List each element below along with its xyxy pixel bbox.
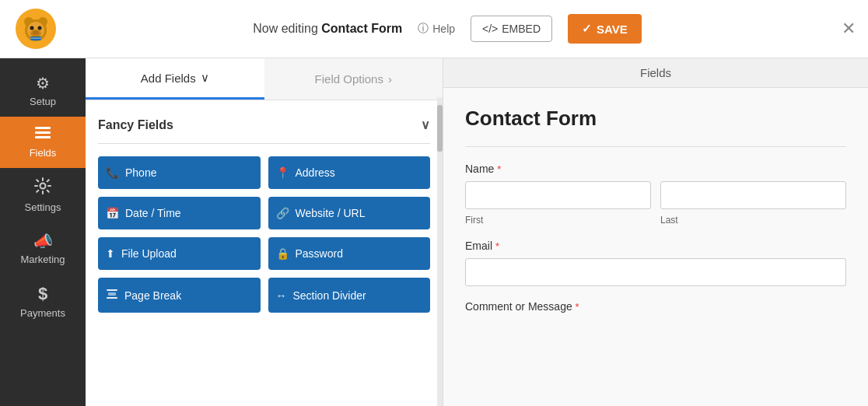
field-buttons-grid: 📞 Phone 📍 Address 📅 Date / Time 🔗 Websit… [98, 156, 430, 313]
page-break-label: Page Break [124, 289, 181, 302]
field-btn-phone[interactable]: 📞 Phone [98, 156, 261, 189]
svg-point-5 [30, 26, 34, 30]
name-input-row [465, 181, 846, 209]
field-btn-file-upload[interactable]: ⬆ File Upload [98, 237, 261, 270]
address-label: Address [296, 166, 335, 179]
collapse-icon[interactable]: ∨ [421, 117, 430, 132]
top-bar: Now editing Contact Form ⓘ Help </> EMBE… [0, 0, 868, 58]
marketing-icon: 📣 [33, 232, 53, 250]
sidebar-label-setup: Setup [30, 96, 56, 107]
section-divider-icon: ↔ [276, 289, 287, 302]
required-star-comment: * [576, 301, 579, 313]
add-fields-label: Add Fields [141, 72, 196, 85]
form-title: Contact Form [465, 107, 846, 131]
svg-rect-11 [35, 127, 51, 129]
last-name-input[interactable] [660, 181, 846, 209]
website-label: Website / URL [296, 207, 366, 219]
embed-button[interactable]: </> EMBED [471, 16, 552, 42]
svg-point-6 [38, 26, 42, 30]
upload-icon: ⬆ [106, 247, 115, 260]
email-input[interactable] [465, 258, 846, 286]
sidebar-item-marketing[interactable]: 📣 Marketing [0, 222, 86, 275]
page-break-icon [106, 288, 118, 303]
code-icon: </> [482, 23, 498, 35]
comment-field-label: Comment or Message * [465, 300, 846, 313]
first-name-sub-label: First [465, 215, 651, 226]
required-star-name: * [497, 163, 501, 175]
scrollbar-thumb[interactable] [437, 105, 443, 152]
dollar-icon: $ [38, 284, 47, 304]
svg-point-7 [33, 30, 39, 35]
sidebar-label-fields: Fields [30, 147, 57, 159]
phone-icon: 📞 [106, 166, 119, 179]
field-options-label: Field Options [315, 72, 383, 86]
sidebar-item-fields[interactable]: Fields [0, 117, 86, 168]
email-field-label: Email * [465, 240, 846, 252]
field-btn-website[interactable]: 🔗 Website / URL [268, 197, 431, 229]
help-button[interactable]: ⓘ Help [418, 22, 455, 36]
form-name: Contact Form [321, 22, 402, 35]
scrollbar-track[interactable] [437, 97, 443, 406]
first-name-input[interactable] [465, 181, 651, 209]
sidebar-label-marketing: Marketing [20, 254, 65, 265]
fields-icon [34, 126, 51, 144]
last-name-sub-label: Last [660, 215, 846, 226]
form-divider [465, 146, 846, 147]
fancy-fields-label: Fancy Fields [98, 118, 173, 132]
svg-rect-13 [35, 136, 51, 138]
name-sub-labels: First Last [465, 212, 846, 226]
sidebar: ⚙ Setup Fields Settings 📣 Marketing $ Pa [0, 58, 86, 406]
fields-content: Fancy Fields ∨ 📞 Phone 📍 Address 📅 Date … [86, 100, 443, 406]
svg-rect-15 [107, 289, 117, 291]
calendar-icon: 📅 [106, 207, 119, 219]
sidebar-item-settings[interactable]: Settings [0, 168, 86, 222]
editing-text: Now editing Contact Form [253, 22, 402, 36]
panel-label: Fields [640, 66, 671, 79]
chevron-down-icon: ∨ [201, 71, 209, 85]
field-btn-password[interactable]: 🔒 Password [268, 237, 431, 270]
tab-add-fields[interactable]: Add Fields ∨ [86, 58, 264, 100]
main-layout: ⚙ Setup Fields Settings 📣 Marketing $ Pa [0, 58, 868, 406]
section-divider-label: Section Divider [293, 289, 366, 302]
form-preview: Fields Contact Form Name * First Last [443, 58, 868, 406]
form-preview-content: Contact Form Name * First Last [443, 88, 868, 406]
sidebar-item-payments[interactable]: $ Payments [0, 275, 86, 328]
svg-rect-12 [35, 131, 51, 134]
field-group-email: Email * [465, 240, 846, 286]
close-button[interactable]: ✕ [842, 19, 856, 39]
datetime-label: Date / Time [125, 207, 181, 219]
sidebar-label-settings: Settings [25, 201, 61, 213]
gear-icon: ⚙ [36, 74, 50, 93]
lock-icon: 🔒 [276, 247, 289, 260]
phone-label: Phone [125, 166, 156, 179]
checkmark-icon: ✓ [582, 22, 592, 36]
logo [12, 5, 59, 52]
field-btn-address[interactable]: 📍 Address [268, 156, 431, 189]
help-label: Help [432, 23, 455, 35]
editing-prefix: Now editing [253, 22, 321, 35]
brand-icon [16, 9, 56, 49]
password-label: Password [296, 247, 343, 260]
file-upload-label: File Upload [121, 247, 177, 260]
fancy-fields-header: Fancy Fields ∨ [98, 113, 430, 144]
link-icon: 🔗 [276, 207, 289, 219]
tab-field-options[interactable]: Field Options › [264, 58, 443, 100]
svg-rect-17 [108, 292, 116, 296]
save-label: SAVE [597, 23, 628, 36]
field-btn-page-break[interactable]: Page Break [98, 278, 261, 313]
settings-icon [34, 177, 51, 198]
field-group-comment: Comment or Message * [465, 300, 846, 313]
chevron-right-icon: › [388, 72, 392, 86]
fields-panel: Add Fields ∨ Field Options › Fancy Field… [86, 58, 443, 406]
field-btn-section-divider[interactable]: ↔ Section Divider [268, 278, 431, 313]
name-field-label: Name * [465, 163, 846, 175]
field-group-name: Name * First Last [465, 163, 846, 226]
form-preview-header: Fields [443, 58, 868, 88]
required-star-email: * [495, 240, 499, 252]
svg-rect-16 [107, 297, 117, 299]
sidebar-item-setup[interactable]: ⚙ Setup [0, 65, 86, 117]
svg-point-14 [40, 184, 46, 189]
save-button[interactable]: ✓ SAVE [568, 14, 642, 44]
field-btn-datetime[interactable]: 📅 Date / Time [98, 197, 261, 229]
fields-tabs: Add Fields ∨ Field Options › [86, 58, 443, 100]
